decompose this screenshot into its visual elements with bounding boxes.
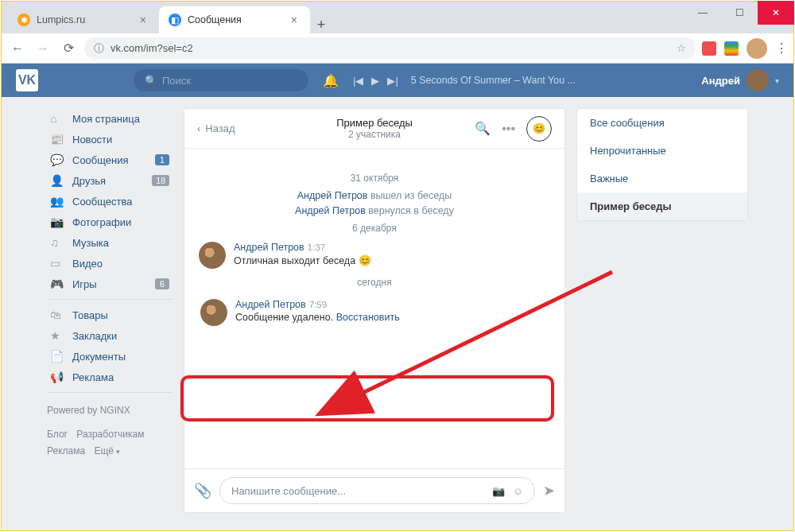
forward-button[interactable]: → [33, 38, 52, 59]
chat-body: 31 октября Андрей Петров вышел из беседы… [184, 149, 564, 468]
message-author[interactable]: Андрей Петров [235, 299, 306, 310]
nav-label: Документы [72, 351, 126, 363]
nav-label: Видео [72, 258, 103, 270]
player-track-title[interactable]: 5 Seconds Of Summer – Want You ... [411, 75, 576, 86]
new-tab-button[interactable]: + [310, 17, 332, 33]
tab-close-icon[interactable]: × [288, 14, 301, 26]
back-button[interactable]: ← [8, 38, 27, 59]
conversation-item[interactable]: Пример беседы [577, 192, 747, 220]
date-separator: сегодня [196, 277, 553, 288]
browser-profile-avatar[interactable] [747, 38, 767, 59]
chevron-left-icon: ‹ [197, 122, 200, 134]
window-close-button[interactable]: ✕ [758, 1, 794, 25]
chat-avatar[interactable]: 😊 [526, 116, 552, 142]
notifications-icon[interactable]: 🔔 [323, 73, 339, 88]
nav-icon: 💬 [50, 153, 66, 166]
filter-unread[interactable]: Непрочитанные [577, 137, 747, 165]
nav-label: Моя страница [72, 113, 140, 125]
chat-input-bar: 📎 Напишите сообщение... 📷 ☺ ➤ [184, 468, 564, 512]
nav-badge: 18 [152, 175, 169, 186]
chat-message-deleted: Андрей Петров7:59 Сообщение удалено. Вос… [199, 296, 550, 329]
sidebar-item[interactable]: 📢Реклама [47, 367, 173, 387]
footer-link[interactable]: Блог [47, 429, 68, 440]
chat-search-icon[interactable]: 🔍 [475, 121, 491, 136]
vk-favicon: ◧ [169, 14, 181, 26]
emoji-picker-icon[interactable]: ☺ [513, 485, 523, 497]
chat-title[interactable]: Пример беседы [336, 117, 413, 129]
vk-search-input[interactable]: 🔍 Поиск [134, 69, 308, 91]
message-text: Сообщение удалено. Восстановить [235, 312, 400, 323]
message-input[interactable]: Напишите сообщение... 📷 ☺ [219, 477, 535, 504]
restore-link[interactable]: Восстановить [336, 312, 400, 323]
chat-more-button[interactable]: ••• [502, 122, 515, 136]
vk-user-menu[interactable]: Андрей ▾ [701, 69, 779, 91]
nav-label: Новости [72, 134, 112, 146]
nav-label: Музыка [72, 237, 109, 249]
footer-link[interactable]: Реклама [47, 445, 85, 456]
vk-header: VK 🔍 Поиск 🔔 |◀ ▶ ▶| 5 Seconds Of Summer… [2, 64, 793, 97]
footer-link[interactable]: Ещё ▾ [94, 445, 120, 456]
chat-panel: ‹ Назад Пример беседы 2 участника 🔍 ••• … [184, 108, 565, 513]
player-prev-button[interactable]: |◀ [353, 75, 363, 87]
sidebar-item[interactable]: 👤Друзья18 [47, 170, 173, 191]
message-time: 1:37 [308, 243, 325, 252]
site-info-icon[interactable]: ⓘ [94, 41, 104, 56]
sidebar-item[interactable]: 📄Документы [47, 346, 173, 367]
sidebar-item[interactable]: 📰Новости [47, 129, 173, 150]
browser-menu-button[interactable]: ⋮ [775, 41, 787, 56]
sidebar-item[interactable]: ▭Видео [47, 253, 173, 274]
tab-close-icon[interactable]: × [137, 14, 149, 26]
message-avatar[interactable] [199, 242, 226, 269]
sidebar-item[interactable]: 💬Сообщения1 [47, 150, 173, 170]
address-bar[interactable]: ⓘ vk.com/im?sel=c2 ☆ [84, 37, 696, 60]
window-minimize-button[interactable]: — [684, 1, 721, 25]
nav-separator [47, 299, 173, 300]
player-next-button[interactable]: ▶| [387, 75, 398, 87]
nav-icon: 📄 [50, 350, 66, 363]
audio-player: |◀ ▶ ▶| 5 Seconds Of Summer – Want You .… [353, 75, 576, 87]
chat-header: ‹ Назад Пример беседы 2 участника 🔍 ••• … [184, 109, 564, 149]
sidebar-item[interactable]: 📷Фотографии [47, 212, 173, 232]
sidebar-item[interactable]: 🛍Товары [47, 305, 173, 325]
attach-icon[interactable]: 📎 [194, 482, 211, 499]
bookmark-star-icon[interactable]: ☆ [677, 42, 686, 54]
date-separator: 31 октября [196, 173, 553, 184]
browser-tabs: ✱ Lumpics.ru × ◧ Сообщения × + [2, 2, 793, 33]
window-maximize-button[interactable]: ☐ [721, 1, 758, 25]
extension-googledocs-icon[interactable] [724, 41, 739, 56]
sidebar-item[interactable]: ⌂Моя страница [47, 108, 173, 129]
chat-message: Андрей Петров1:37 Отличная выходит бесед… [199, 242, 550, 269]
filter-important[interactable]: Важные [577, 165, 747, 192]
lumpics-favicon: ✱ [17, 14, 30, 26]
sidebar-item[interactable]: 👥Сообщества [47, 191, 173, 212]
system-message: Андрей Петров вышел из беседы [196, 190, 553, 201]
sidebar-item[interactable]: 🎮Игры6 [47, 274, 173, 294]
nav-label: Игры [72, 278, 97, 290]
chevron-down-icon: ▾ [775, 76, 779, 85]
message-text: Отличная выходит беседа 😊 [234, 254, 371, 266]
player-play-button[interactable]: ▶ [371, 75, 379, 87]
sidebar-item[interactable]: ★Закладки [47, 325, 173, 346]
camera-icon[interactable]: 📷 [492, 485, 505, 497]
message-avatar[interactable] [200, 299, 227, 326]
nav-icon: ★ [50, 329, 66, 342]
nav-icon: 📷 [50, 216, 66, 228]
tab-lumpics[interactable]: ✱ Lumpics.ru × [8, 6, 159, 33]
send-button[interactable]: ➤ [543, 482, 555, 499]
sidebar-item[interactable]: ♫Музыка [47, 232, 173, 253]
search-placeholder: Поиск [162, 75, 191, 87]
filter-all-messages[interactable]: Все сообщения [577, 109, 747, 137]
vk-logo[interactable]: VK [16, 69, 38, 91]
nav-separator [47, 392, 173, 393]
chat-back-button[interactable]: ‹ Назад [197, 122, 235, 134]
tab-messages[interactable]: ◧ Сообщения × [159, 6, 310, 33]
footer-link[interactable]: Разработчикам [76, 429, 144, 440]
nav-label: Товары [72, 309, 108, 321]
message-author[interactable]: Андрей Петров [234, 242, 304, 253]
powered-by-text: Powered by NGINX [47, 402, 173, 418]
reload-button[interactable]: ⟳ [59, 37, 78, 59]
nav-icon: 👤 [50, 174, 66, 187]
nav-label: Сообщества [72, 196, 133, 208]
search-icon: 🔍 [145, 75, 157, 87]
extension-adblock-icon[interactable] [702, 41, 716, 56]
